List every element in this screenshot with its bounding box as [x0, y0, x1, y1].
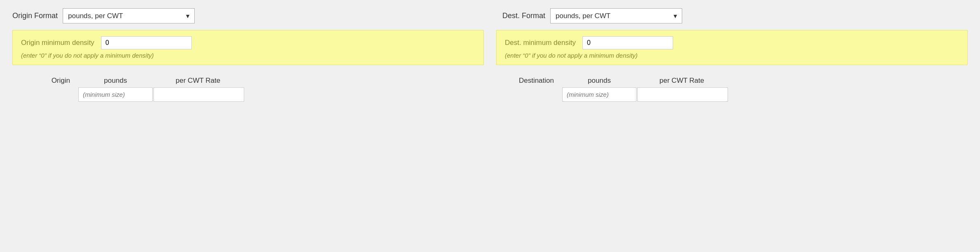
dest-minsize-input[interactable]: [562, 87, 636, 102]
dest-format-label: Dest. Format: [502, 12, 545, 20]
main-container: Origin Format pounds, per CWT ▼ Dest. Fo…: [12, 8, 968, 102]
dest-format-group: Dest. Format pounds, per CWT ▼: [502, 8, 968, 23]
origin-density-top: Origin minimum density: [21, 36, 475, 49]
dest-table-inputs: [496, 87, 968, 102]
table-row: Origin pounds per CWT Rate Destination p…: [12, 77, 968, 102]
dest-rate-label: per CWT Rate: [636, 77, 727, 85]
origin-minsize-input[interactable]: [78, 87, 153, 102]
dest-density-input[interactable]: [582, 36, 673, 49]
origin-format-label: Origin Format: [12, 12, 58, 20]
origin-format-group: Origin Format pounds, per CWT ▼: [12, 8, 478, 23]
dest-format-select[interactable]: pounds, per CWT: [550, 8, 682, 23]
origin-format-select-wrapper[interactable]: pounds, per CWT ▼: [63, 8, 195, 23]
dest-table-section: Destination pounds per CWT Rate: [496, 77, 968, 102]
origin-density-section: Origin minimum density (enter “0” if you…: [12, 30, 484, 65]
dest-density-section: Dest. minimum density (enter “0” if you …: [496, 30, 968, 65]
density-row: Origin minimum density (enter “0” if you…: [12, 30, 968, 65]
origin-format-select[interactable]: pounds, per CWT: [63, 8, 195, 23]
origin-pounds-label: pounds: [78, 77, 153, 85]
dest-section-label: Destination: [496, 77, 562, 85]
origin-table-inputs: [12, 87, 484, 102]
origin-density-hint: (enter “0” if you do not apply a minimum…: [21, 52, 475, 59]
origin-rate-label: per CWT Rate: [153, 77, 243, 85]
dest-table-headers: Destination pounds per CWT Rate: [496, 77, 968, 85]
dest-format-select-wrapper[interactable]: pounds, per CWT ▼: [550, 8, 682, 23]
origin-table-headers: Origin pounds per CWT Rate: [12, 77, 484, 85]
dest-density-top: Dest. minimum density: [505, 36, 959, 49]
origin-density-input[interactable]: [101, 36, 192, 49]
dest-rate-input[interactable]: [637, 87, 728, 102]
origin-table-section: Origin pounds per CWT Rate: [12, 77, 484, 102]
origin-density-label: Origin minimum density: [21, 39, 94, 47]
origin-rate-input[interactable]: [153, 87, 244, 102]
dest-density-label: Dest. minimum density: [505, 39, 576, 47]
origin-section-label: Origin: [12, 77, 78, 85]
dest-density-hint: (enter “0” if you do not apply a minimum…: [505, 52, 959, 59]
dest-pounds-label: pounds: [562, 77, 636, 85]
format-row: Origin Format pounds, per CWT ▼ Dest. Fo…: [12, 8, 968, 23]
